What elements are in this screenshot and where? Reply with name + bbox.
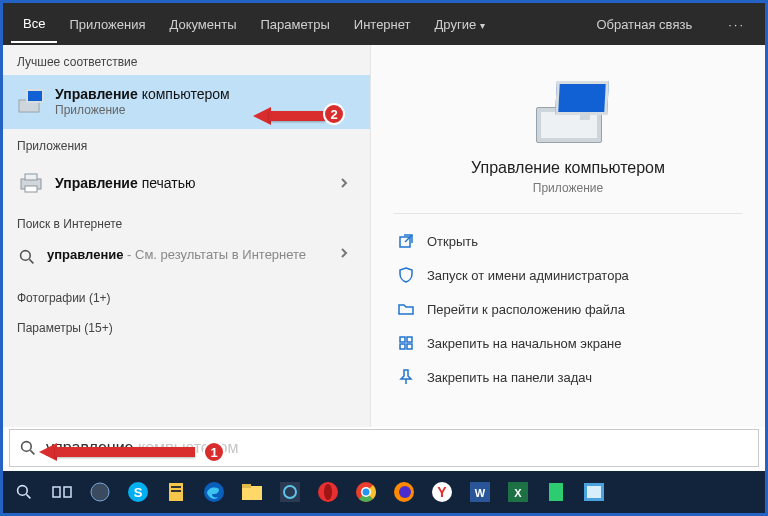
computer-management-large-icon bbox=[526, 81, 610, 145]
svg-point-30 bbox=[324, 484, 332, 500]
svg-point-35 bbox=[363, 489, 370, 496]
svg-line-6 bbox=[29, 259, 33, 263]
svg-rect-4 bbox=[25, 186, 37, 192]
svg-point-5 bbox=[21, 250, 31, 260]
svg-rect-16 bbox=[53, 487, 60, 497]
chevron-down-icon: ▾ bbox=[480, 20, 485, 31]
taskbar-explorer-icon[interactable] bbox=[239, 479, 265, 505]
section-apps: Приложения bbox=[3, 129, 370, 159]
svg-rect-8 bbox=[400, 337, 405, 342]
feedback-link[interactable]: Обратная связь bbox=[584, 7, 704, 42]
action-open-location[interactable]: Перейти к расположению файла bbox=[393, 292, 743, 326]
svg-rect-1 bbox=[27, 90, 43, 102]
printer-icon bbox=[17, 169, 45, 197]
svg-text:S: S bbox=[134, 485, 143, 500]
tab-settings[interactable]: Параметры bbox=[248, 7, 341, 42]
svg-rect-44 bbox=[549, 483, 563, 501]
result-title: управление - См. результаты в Интернете bbox=[47, 247, 322, 264]
svg-rect-26 bbox=[242, 484, 251, 488]
svg-rect-23 bbox=[171, 490, 181, 492]
search-icon bbox=[17, 247, 37, 267]
taskbar-app-14[interactable] bbox=[543, 479, 569, 505]
taskbar-opera-icon[interactable] bbox=[315, 479, 341, 505]
action-label: Запуск от имени администратора bbox=[427, 268, 629, 283]
action-open[interactable]: Открыть bbox=[393, 224, 743, 258]
taskbar: S Y W X bbox=[3, 471, 765, 513]
results-pane: Лучшее соответствие Управление компьютер… bbox=[3, 45, 371, 427]
search-icon bbox=[20, 440, 36, 456]
svg-rect-17 bbox=[64, 487, 71, 497]
folder-icon bbox=[397, 300, 415, 318]
result-print-management[interactable]: Управление печатью bbox=[3, 159, 370, 207]
taskbar-app-3[interactable] bbox=[163, 479, 189, 505]
annotation-badge-2: 2 bbox=[323, 103, 345, 125]
taskbar-firefox-icon[interactable] bbox=[391, 479, 417, 505]
preview-subtitle: Приложение bbox=[393, 181, 743, 195]
search-tabs: Все Приложения Документы Параметры Интер… bbox=[3, 3, 765, 45]
annotation-badge-1: 1 bbox=[203, 441, 225, 463]
preview-title: Управление компьютером bbox=[393, 159, 743, 177]
action-label: Закрепить на панели задач bbox=[427, 370, 592, 385]
pin-taskbar-icon bbox=[397, 368, 415, 386]
svg-rect-9 bbox=[407, 337, 412, 342]
chevron-right-icon[interactable] bbox=[332, 177, 356, 189]
taskbar-app-6[interactable] bbox=[277, 479, 303, 505]
svg-point-14 bbox=[18, 486, 28, 496]
action-run-as-admin[interactable]: Запуск от имени администратора bbox=[393, 258, 743, 292]
tab-more[interactable]: Другие▾ bbox=[423, 7, 498, 42]
svg-point-12 bbox=[22, 442, 32, 452]
section-web: Поиск в Интернете bbox=[3, 207, 370, 237]
pin-start-icon bbox=[397, 334, 415, 352]
tab-documents[interactable]: Документы bbox=[157, 7, 248, 42]
svg-rect-46 bbox=[587, 486, 601, 498]
action-pin-start[interactable]: Закрепить на начальном экране bbox=[393, 326, 743, 360]
shield-icon bbox=[397, 266, 415, 284]
svg-rect-11 bbox=[407, 344, 412, 349]
taskbar-app-15[interactable] bbox=[581, 479, 607, 505]
svg-line-13 bbox=[30, 450, 34, 454]
tab-internet[interactable]: Интернет bbox=[342, 7, 423, 42]
preview-pane: Управление компьютером Приложение Открыт… bbox=[371, 45, 765, 427]
taskbar-search-icon[interactable] bbox=[11, 479, 37, 505]
taskbar-edge-icon[interactable] bbox=[201, 479, 227, 505]
action-label: Закрепить на начальном экране bbox=[427, 336, 622, 351]
svg-rect-25 bbox=[242, 486, 262, 500]
result-web-search[interactable]: управление - См. результаты в Интернете bbox=[3, 237, 370, 277]
result-title: Управление печатью bbox=[55, 174, 322, 192]
action-label: Открыть bbox=[427, 234, 478, 249]
svg-rect-10 bbox=[400, 344, 405, 349]
svg-rect-22 bbox=[171, 486, 181, 488]
result-title: Управление компьютером bbox=[55, 85, 356, 103]
annotation-arrow-1 bbox=[39, 441, 209, 463]
taskbar-chrome-icon[interactable] bbox=[353, 479, 379, 505]
computer-management-icon bbox=[17, 88, 45, 116]
svg-point-18 bbox=[91, 483, 109, 501]
taskbar-yandex-icon[interactable]: Y bbox=[429, 479, 455, 505]
taskbar-word-icon[interactable]: W bbox=[467, 479, 493, 505]
action-pin-taskbar[interactable]: Закрепить на панели задач bbox=[393, 360, 743, 394]
tab-apps[interactable]: Приложения bbox=[57, 7, 157, 42]
svg-line-15 bbox=[26, 494, 30, 498]
chevron-right-icon[interactable] bbox=[332, 247, 356, 259]
taskbar-skype-icon[interactable]: S bbox=[125, 479, 151, 505]
svg-text:X: X bbox=[514, 487, 522, 499]
task-view-icon[interactable] bbox=[49, 479, 75, 505]
section-best-match: Лучшее соответствие bbox=[3, 45, 370, 75]
open-icon bbox=[397, 232, 415, 250]
section-photos[interactable]: Фотографии (1+) bbox=[3, 277, 370, 311]
more-menu[interactable]: ··· bbox=[716, 7, 757, 42]
svg-text:W: W bbox=[475, 487, 486, 499]
taskbar-excel-icon[interactable]: X bbox=[505, 479, 531, 505]
tab-all[interactable]: Все bbox=[11, 6, 57, 43]
action-label: Перейти к расположению файла bbox=[427, 302, 625, 317]
taskbar-app-1[interactable] bbox=[87, 479, 113, 505]
section-settings[interactable]: Параметры (15+) bbox=[3, 311, 370, 341]
svg-text:Y: Y bbox=[437, 484, 447, 500]
svg-rect-3 bbox=[25, 174, 37, 180]
svg-point-37 bbox=[399, 486, 411, 498]
